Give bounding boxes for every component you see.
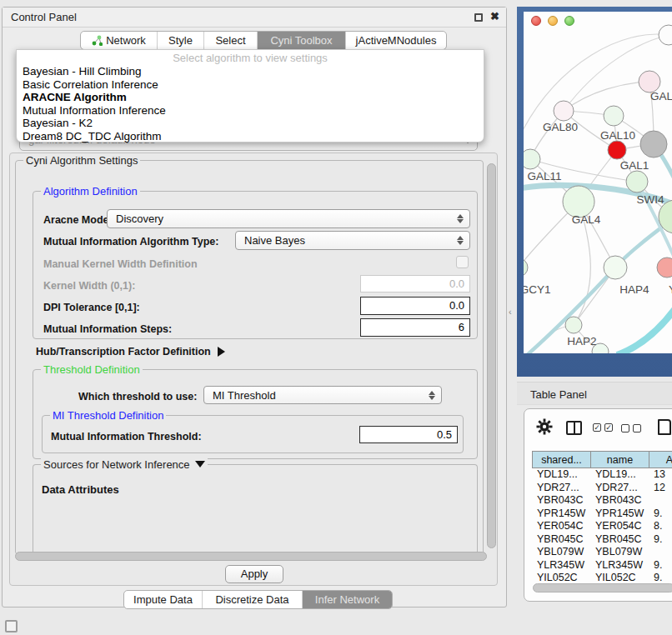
algorithm-option[interactable]: Bayesian - K2 [17, 117, 484, 130]
document-icon[interactable] [658, 419, 671, 435]
control-panel-tabbar: NetworkStyleSelectCyni ToolboxjActiveMNo… [80, 31, 447, 50]
network-node[interactable] [640, 131, 667, 158]
table-row[interactable]: YBR043CYBR043C [532, 494, 672, 508]
tab-jactivemnodules[interactable]: jActiveMNodules [346, 32, 446, 49]
docked-panel-icon[interactable] [5, 620, 18, 632]
table-row[interactable]: YDL19...YDL19...13 [532, 468, 672, 482]
algorithm-option[interactable]: Basic Correlation Inference [17, 78, 484, 92]
gear-icon[interactable] [536, 418, 553, 438]
network-node[interactable] [554, 101, 574, 121]
mi-algorithm-type-combo[interactable]: Naive Bayes [235, 231, 470, 250]
tab-label: Infer Network [315, 593, 379, 606]
cyni-algorithm-settings-group: Cyni Algorithm Settings Algorithm Defini… [15, 160, 484, 555]
tab-discretize-data[interactable]: Discretize Data [203, 591, 303, 608]
mi-threshold-label: Mutual Information Threshold: [51, 431, 202, 442]
settings-vertical-scrollbar[interactable] [487, 163, 496, 548]
mi-steps-field[interactable]: 6 [360, 318, 470, 337]
network-node[interactable] [608, 141, 626, 159]
table-cell [649, 494, 672, 508]
mac-close-icon[interactable] [531, 16, 541, 26]
table-cell: 12 [649, 482, 672, 495]
select-all-checkboxes-icon[interactable]: ✓✓ [593, 423, 613, 432]
network-node[interactable] [657, 258, 672, 278]
float-window-icon[interactable] [474, 13, 483, 22]
network-edge[interactable] [617, 305, 672, 353]
network-edge[interactable] [564, 82, 649, 111]
algorithm-option[interactable]: ARACNE Algorithm [17, 91, 484, 104]
table-cell: 9. [649, 533, 672, 547]
deselect-all-checkboxes-icon[interactable] [621, 424, 641, 432]
table-cell: YER054C [590, 520, 649, 533]
node-label: SWI4 [636, 193, 664, 206]
network-graph[interactable]: GALGAL80GAL10GAL1GAL11SWI4GAL4GCY1HAP4YH… [524, 12, 672, 353]
table-horizontal-scrollbar[interactable] [533, 583, 672, 593]
node-label: Y [669, 283, 672, 296]
algorithm-option[interactable]: Mutual Information Inference [17, 104, 484, 118]
sources-group: Sources for Network Inference Data Attri… [33, 464, 478, 554]
tab-network[interactable]: Network [81, 32, 158, 49]
mi-threshold-field[interactable]: 0.5 [359, 426, 458, 443]
dpi-tolerance-field[interactable]: 0.0 [360, 297, 470, 315]
algorithm-list: Bayesian - Hill ClimbingBasic Correlatio… [17, 65, 484, 142]
network-node[interactable] [604, 106, 624, 126]
table-row[interactable]: YLR345WYLR345W9. [532, 559, 672, 572]
network-node[interactable] [565, 317, 582, 333]
tab-select[interactable]: Select [204, 32, 258, 49]
hub-definition-toggle[interactable]: Hub/Transcription Factor Definition [36, 346, 225, 358]
group-title[interactable]: Sources for Network Inference [41, 458, 208, 471]
aracne-mode-combo[interactable]: Discovery [107, 209, 470, 228]
algorithm-option[interactable]: Bayesian - Hill Climbing [17, 65, 484, 78]
algorithm-option[interactable]: Dream8 DC_TDC Algorithm [17, 130, 484, 143]
group-title: Algorithm Definition [41, 185, 140, 198]
table-cell: 13 [649, 468, 672, 482]
which-threshold-label: Which threshold to use: [78, 391, 197, 402]
tab-infer-network[interactable]: Infer Network [303, 591, 392, 608]
table-cell: YBR043C [532, 494, 590, 508]
close-icon[interactable]: ✖ [490, 10, 499, 22]
column-header[interactable]: name [590, 451, 649, 468]
network-node[interactable] [604, 256, 627, 279]
node-attribute-table: shared...nameA YDL19...YDL19...13YDR27..… [532, 451, 672, 585]
algorithm-definition-group: Algorithm Definition Aracne Mode: Discov… [33, 191, 478, 339]
table-cell: 8. [649, 520, 672, 533]
chevron-down-icon [195, 461, 205, 468]
manual-kernel-checkbox[interactable] [456, 256, 469, 268]
panel-divider[interactable]: ‹ [507, 7, 517, 635]
combo-value: Naive Bayes [244, 234, 305, 247]
settings-horizontal-scrollbar[interactable] [15, 552, 487, 562]
chevron-right-icon [218, 347, 225, 357]
network-node[interactable] [626, 171, 648, 192]
kernel-width-field[interactable]: 0.0 [360, 275, 470, 292]
tab-style[interactable]: Style [158, 32, 204, 49]
control-panel-window: Control Panel ✖ NetworkStyleSelectCyni T… [2, 7, 507, 608]
tab-label: Select [215, 34, 245, 47]
network-node[interactable] [524, 258, 528, 277]
panel-title: Control Panel [11, 11, 77, 23]
tab-impute-data[interactable]: Impute Data [124, 591, 203, 608]
table-row[interactable]: YER054CYER054C8. [532, 520, 672, 533]
table-row[interactable]: YBR045CYBR045C9. [532, 533, 672, 547]
which-threshold-combo[interactable]: MI Threshold [203, 386, 442, 404]
column-header[interactable]: shared... [532, 451, 590, 468]
network-node[interactable] [524, 149, 540, 169]
combo-stepper-icon [429, 390, 435, 401]
table-cell: YBR043C [590, 494, 649, 508]
divider-collapse-icon[interactable]: ‹ [509, 307, 512, 317]
columns-icon[interactable] [566, 421, 582, 435]
mac-minimize-icon[interactable] [548, 16, 558, 26]
table-row[interactable]: YDR27...YDR27...12 [532, 482, 672, 495]
threshold-definition-group: Threshold Definition Which threshold to … [33, 369, 478, 459]
group-title: Threshold Definition [41, 363, 143, 376]
table-row[interactable]: YPR145WYPR145W9. [532, 508, 672, 521]
apply-button[interactable]: Apply [225, 565, 283, 583]
manual-kernel-label: Manual Kernel Width Definition [43, 258, 198, 270]
column-header[interactable]: A [649, 451, 672, 468]
table-row[interactable]: YBL079WYBL079W [532, 546, 672, 559]
node-label: HAP2 [567, 335, 596, 348]
tab-cyni-toolbox[interactable]: Cyni Toolbox [258, 32, 346, 49]
network-canvas[interactable]: GALGAL80GAL10GAL1GAL11SWI4GAL4GCY1HAP4YH… [524, 12, 672, 353]
mac-zoom-icon[interactable] [564, 16, 574, 26]
network-node[interactable] [659, 25, 672, 45]
table-cell: YPR145W [532, 508, 590, 521]
combo-stepper-icon [457, 235, 464, 246]
